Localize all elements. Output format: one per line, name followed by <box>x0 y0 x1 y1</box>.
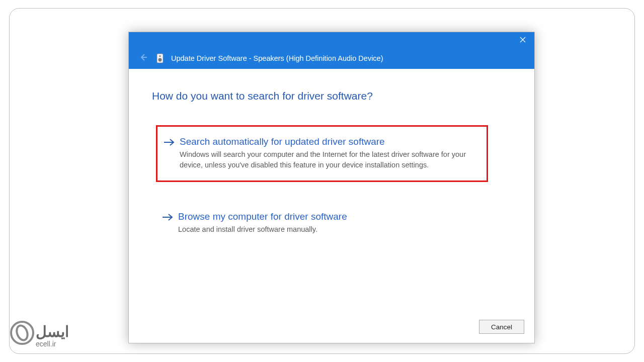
dialog-header: Update Driver Software - Speakers (High … <box>129 48 534 69</box>
svg-point-5 <box>159 55 160 57</box>
titlebar <box>129 32 534 48</box>
update-driver-dialog: Update Driver Software - Speakers (High … <box>128 32 535 343</box>
page-frame: Update Driver Software - Speakers (High … <box>9 8 635 354</box>
svg-point-4 <box>158 58 162 62</box>
dialog-title: Update Driver Software - Speakers (High … <box>171 54 383 62</box>
option-search-automatically[interactable]: Search automatically for updated driver … <box>156 125 488 182</box>
dialog-button-row: Cancel <box>479 320 524 334</box>
option-text: Search automatically for updated driver … <box>180 136 475 170</box>
option-text: Browse my computer for driver software L… <box>178 211 477 235</box>
watermark-text: ایسل ecell.ir <box>36 324 69 347</box>
option-description: Locate and install driver software manua… <box>178 224 477 235</box>
close-icon <box>520 36 526 45</box>
speaker-device-icon <box>156 53 164 63</box>
option-title: Browse my computer for driver software <box>178 211 477 223</box>
watermark-url: ecell.ir <box>36 340 56 347</box>
watermark: ایسل ecell.ir <box>10 312 100 347</box>
back-arrow-icon <box>139 53 148 64</box>
option-description: Windows will search your computer and th… <box>180 149 475 170</box>
arrow-right-icon <box>162 211 173 235</box>
watermark-logo-icon <box>10 320 36 347</box>
option-browse-computer[interactable]: Browse my computer for driver software L… <box>156 206 488 245</box>
option-title: Search automatically for updated driver … <box>180 136 475 148</box>
dialog-body: How do you want to search for driver sof… <box>129 69 534 343</box>
dialog-question: How do you want to search for driver sof… <box>152 90 373 102</box>
svg-point-9 <box>15 324 29 341</box>
watermark-brand: ایسل <box>36 324 69 339</box>
cancel-button[interactable]: Cancel <box>479 320 524 334</box>
back-button[interactable] <box>138 53 149 64</box>
close-button[interactable] <box>511 32 534 48</box>
arrow-right-icon <box>164 136 175 170</box>
